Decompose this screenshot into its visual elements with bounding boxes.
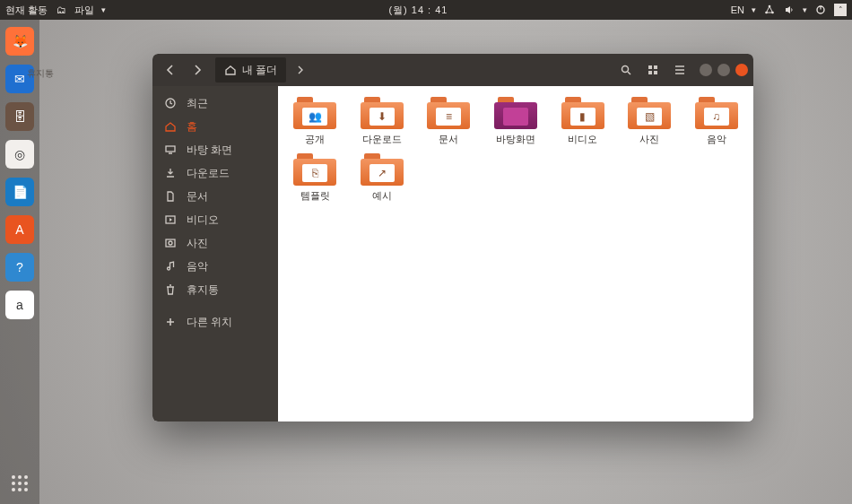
sidebar-item-music[interactable]: 음악 bbox=[152, 255, 278, 278]
files-window: 내 폴더 최근홈바탕 화면다운로드문서비디오사진음악휴지통다른 위치 👥공개⬇다… bbox=[152, 54, 753, 421]
sidebar-item-download[interactable]: 다운로드 bbox=[152, 161, 278, 185]
folder-label: 사진 bbox=[639, 133, 659, 146]
folder-icon: ≡ bbox=[427, 97, 470, 129]
folder-icon bbox=[494, 97, 537, 129]
sidebar-item-label: 다운로드 bbox=[187, 166, 230, 181]
folder-item[interactable]: ♫음악 bbox=[686, 97, 747, 146]
titlebar: 내 폴더 bbox=[152, 54, 753, 86]
hamburger-menu-button[interactable] bbox=[667, 58, 692, 82]
folder-item[interactable]: ▧사진 bbox=[619, 97, 680, 146]
sidebar: 최근홈바탕 화면다운로드문서비디오사진음악휴지통다른 위치 bbox=[152, 86, 278, 421]
folder-icon: ▧ bbox=[628, 97, 671, 129]
launcher-dock: 🦊✉🗄◎📄A?a bbox=[0, 20, 39, 504]
folder-label: 공개 bbox=[305, 133, 325, 146]
sidebar-item-label: 바탕 화면 bbox=[187, 143, 232, 158]
svg-rect-11 bbox=[166, 146, 175, 152]
power-icon[interactable] bbox=[814, 4, 827, 16]
view-toggle-button[interactable] bbox=[640, 58, 665, 82]
svg-point-14 bbox=[169, 241, 172, 245]
folder-icon: ⬇ bbox=[361, 97, 404, 129]
folder-item[interactable]: ↗예시 bbox=[352, 153, 413, 203]
svg-rect-8 bbox=[648, 71, 652, 74]
desktop-trash-label[interactable]: 휴지통 bbox=[27, 67, 54, 80]
sidebar-item-label: 다른 위치 bbox=[187, 315, 232, 330]
window-controls bbox=[700, 64, 748, 76]
svg-rect-9 bbox=[654, 71, 657, 74]
dock-app-files[interactable]: 🗄 bbox=[5, 102, 34, 131]
svg-rect-6 bbox=[648, 65, 652, 69]
desktop-icon bbox=[163, 143, 178, 156]
sidebar-item-desktop[interactable]: 바탕 화면 bbox=[152, 138, 278, 161]
dock-app-writer[interactable]: 📄 bbox=[5, 178, 34, 206]
dock-app-help[interactable]: ? bbox=[5, 253, 34, 282]
sidebar-item-document[interactable]: 문서 bbox=[152, 185, 278, 208]
folder-label: 음악 bbox=[707, 133, 726, 146]
folder-icon: ▮ bbox=[561, 97, 604, 129]
folder-item[interactable]: 👥공개 bbox=[284, 97, 345, 146]
sidebar-item-trash[interactable]: 휴지통 bbox=[152, 278, 278, 301]
sidebar-item-label: 최근 bbox=[187, 96, 208, 111]
maximize-button[interactable] bbox=[717, 64, 730, 76]
dropdown-icon: ▾ bbox=[752, 5, 756, 14]
top-bar: 현재 활동 🗂 파일 ▾ (월) 14 : 41 EN ▾ ▾ ˄ bbox=[0, 0, 852, 20]
sidebar-item-home[interactable]: 홈 bbox=[152, 115, 278, 138]
folder-icon: 👥 bbox=[293, 97, 336, 129]
folder-icon: ⎘ bbox=[293, 153, 336, 186]
network-icon[interactable] bbox=[763, 4, 776, 16]
folder-label: 템플릿 bbox=[300, 189, 330, 203]
clock[interactable]: (월) 14 : 41 bbox=[388, 4, 448, 17]
clock-icon bbox=[163, 97, 178, 109]
dock-app-rhythmbox[interactable]: ◎ bbox=[5, 140, 34, 169]
sidebar-item-plus[interactable]: 다른 위치 bbox=[152, 310, 278, 334]
folder-label: 바탕화면 bbox=[496, 133, 535, 146]
sidebar-item-video[interactable]: 비디오 bbox=[152, 208, 278, 231]
home-icon bbox=[163, 120, 178, 133]
path-next-button[interactable] bbox=[288, 58, 313, 82]
chevron-up-icon[interactable]: ˄ bbox=[834, 4, 847, 16]
svg-rect-13 bbox=[166, 239, 175, 247]
app-name[interactable]: 파일 bbox=[74, 4, 94, 17]
search-button[interactable] bbox=[613, 58, 639, 82]
folder-item[interactable]: 바탕화면 bbox=[485, 97, 546, 146]
video-icon bbox=[163, 213, 178, 226]
activities-button[interactable]: 현재 활동 bbox=[5, 4, 48, 17]
dock-app-software[interactable]: A bbox=[5, 215, 34, 244]
folder-item[interactable]: ▮비디오 bbox=[552, 97, 613, 146]
minimize-button[interactable] bbox=[700, 64, 712, 76]
volume-icon[interactable] bbox=[783, 4, 795, 16]
folder-label: 비디오 bbox=[568, 133, 597, 146]
sidebar-item-label: 비디오 bbox=[187, 213, 219, 228]
folder-icon: ♫ bbox=[695, 97, 738, 129]
folder-item[interactable]: ⎘템플릿 bbox=[284, 153, 345, 203]
path-chip[interactable]: 내 폴더 bbox=[215, 57, 286, 83]
photo-icon bbox=[163, 237, 178, 249]
sidebar-item-label: 홈 bbox=[187, 119, 197, 135]
trash-icon bbox=[163, 283, 178, 296]
folder-label: 예시 bbox=[372, 189, 392, 203]
folder-label: 문서 bbox=[439, 133, 458, 146]
forward-button[interactable] bbox=[185, 58, 210, 82]
plus-icon bbox=[163, 316, 178, 328]
app-grid-button[interactable] bbox=[12, 475, 28, 491]
svg-rect-4 bbox=[820, 6, 821, 10]
dropdown-icon: ▾ bbox=[101, 5, 106, 14]
path-label: 내 폴더 bbox=[242, 63, 277, 78]
input-language[interactable]: EN bbox=[731, 4, 744, 15]
dock-app-firefox[interactable]: 🦊 bbox=[5, 27, 34, 56]
folder-icon: ↗ bbox=[361, 153, 404, 186]
dropdown-icon: ▾ bbox=[803, 5, 807, 14]
sidebar-item-photo[interactable]: 사진 bbox=[152, 231, 278, 255]
sidebar-item-label: 사진 bbox=[187, 236, 208, 251]
app-icon: 🗂 bbox=[55, 4, 67, 16]
back-button[interactable] bbox=[158, 58, 183, 82]
folder-item[interactable]: ⬇다운로드 bbox=[352, 97, 413, 146]
sidebar-item-label: 문서 bbox=[187, 189, 208, 204]
dock-app-amazon[interactable]: a bbox=[5, 291, 34, 319]
sidebar-item-clock[interactable]: 최근 bbox=[152, 91, 278, 115]
document-icon bbox=[163, 190, 178, 203]
folder-view[interactable]: 👥공개⬇다운로드≡문서바탕화면▮비디오▧사진♫음악⎘템플릿↗예시 bbox=[278, 86, 753, 421]
sidebar-item-label: 음악 bbox=[187, 259, 208, 274]
svg-point-5 bbox=[622, 66, 629, 73]
close-button[interactable] bbox=[735, 64, 748, 76]
folder-item[interactable]: ≡문서 bbox=[418, 97, 479, 146]
